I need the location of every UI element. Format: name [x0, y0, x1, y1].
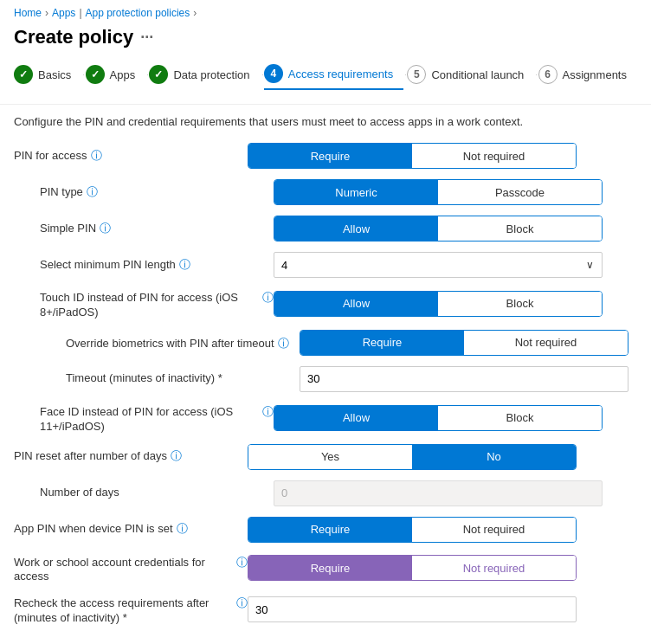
toggle-app-pin-device-pin-require[interactable]: Require — [248, 518, 412, 542]
breadcrumb-apps[interactable]: Apps — [52, 7, 75, 19]
select-min-pin-length[interactable]: 4 5 6 7 8 — [274, 252, 603, 278]
toggle-pin-type-numeric[interactable]: Numeric — [274, 180, 438, 204]
row-touch-id: Touch ID instead of PIN for access (iOS … — [14, 287, 637, 320]
label-recheck-access: Recheck the access requirements after (m… — [14, 593, 248, 626]
info-icon-face-id[interactable]: ⓘ — [262, 405, 274, 420]
toggle-app-pin-device-pin-not-required[interactable]: Not required — [412, 518, 576, 542]
info-icon-app-pin-device-pin[interactable]: ⓘ — [177, 522, 188, 537]
toggle-touch-id-allow[interactable]: Allow — [274, 292, 438, 316]
info-icon-min-pin-length[interactable]: ⓘ — [179, 258, 190, 273]
info-icon-work-credentials[interactable]: ⓘ — [236, 556, 248, 570]
step-conditional-launch-circle: 5 — [407, 65, 426, 84]
toggle-pin-for-access-not-required[interactable]: Not required — [412, 144, 576, 168]
input-number-of-days[interactable] — [274, 480, 603, 506]
control-pin-reset: Yes No — [248, 444, 637, 470]
row-timeout: Timeout (minutes of inactivity) * — [14, 365, 637, 393]
label-simple-pin: Simple PIN ⓘ — [40, 222, 274, 236]
info-icon-pin-for-access[interactable]: ⓘ — [91, 149, 102, 164]
step-basics-circle: ✓ — [14, 65, 33, 84]
control-face-id: Allow Block — [274, 405, 637, 431]
toggle-pin-reset[interactable]: Yes No — [248, 444, 577, 470]
toggle-work-credentials-require[interactable]: Require — [248, 556, 412, 580]
control-pin-for-access: Require Not required — [248, 143, 637, 169]
toggle-work-credentials-not-required[interactable]: Not required — [412, 556, 576, 580]
input-recheck-access[interactable] — [248, 596, 577, 622]
toggle-face-id-allow[interactable]: Allow — [274, 406, 438, 430]
step-data-protection-label: Data protection — [173, 68, 249, 81]
control-work-credentials: Require Not required — [248, 555, 637, 581]
control-number-of-days — [274, 480, 637, 506]
row-number-of-days: Number of days — [14, 480, 637, 507]
toggle-pin-for-access-require[interactable]: Require — [248, 144, 412, 168]
control-simple-pin: Allow Block — [274, 216, 637, 242]
label-override-biometrics: Override biometrics with PIN after timeo… — [66, 333, 300, 351]
breadcrumb-sep-2: | — [79, 7, 81, 19]
info-icon-pin-reset[interactable]: ⓘ — [171, 449, 182, 464]
info-icon-touch-id[interactable]: ⓘ — [262, 291, 274, 306]
step-access-requirements[interactable]: 4 Access requirements — [264, 59, 403, 90]
label-pin-type: PIN type ⓘ — [40, 185, 274, 200]
row-pin-type: PIN type ⓘ Numeric Passcode — [14, 178, 637, 206]
step-apps[interactable]: ✓ Apps — [86, 60, 146, 89]
toggle-pin-reset-no[interactable]: No — [412, 445, 576, 469]
row-pin-reset: PIN reset after number of days ⓘ Yes No — [14, 443, 637, 471]
toggle-override-biometrics-not-required[interactable]: Not required — [464, 331, 628, 355]
control-timeout — [300, 366, 637, 392]
info-icon-simple-pin[interactable]: ⓘ — [100, 222, 111, 236]
step-access-requirements-label: Access requirements — [288, 68, 393, 80]
label-face-id: Face ID instead of PIN for access (iOS 1… — [40, 402, 274, 435]
control-recheck-access — [248, 596, 637, 622]
step-data-protection[interactable]: ✓ Data protection — [149, 60, 260, 89]
control-min-pin-length: 4 5 6 7 8 — [274, 252, 637, 278]
breadcrumb-policies[interactable]: App protection policies — [86, 7, 190, 19]
row-face-id: Face ID instead of PIN for access (iOS 1… — [14, 402, 637, 435]
toggle-face-id-block[interactable]: Block — [438, 406, 602, 430]
label-pin-for-access: PIN for access ⓘ — [14, 149, 248, 164]
step-assignments-circle: 6 — [538, 65, 558, 84]
toggle-work-credentials[interactable]: Require Not required — [248, 555, 577, 581]
breadcrumb-sep-3: › — [193, 7, 197, 19]
label-touch-id: Touch ID instead of PIN for access (iOS … — [40, 287, 274, 320]
row-override-biometrics: Override biometrics with PIN after timeo… — [14, 329, 637, 357]
step-basics-label: Basics — [38, 68, 71, 81]
description: Configure the PIN and credential require… — [14, 115, 637, 128]
breadcrumb-home[interactable]: Home — [14, 7, 42, 19]
toggle-pin-reset-yes[interactable]: Yes — [248, 445, 412, 469]
step-conditional-launch[interactable]: 5 Conditional launch — [407, 60, 534, 89]
toggle-simple-pin[interactable]: Allow Block — [274, 216, 603, 242]
toggle-override-biometrics[interactable]: Require Not required — [300, 330, 628, 356]
toggle-touch-id[interactable]: Allow Block — [274, 291, 603, 317]
step-apps-label: Apps — [110, 68, 136, 81]
info-icon-recheck-access[interactable]: ⓘ — [236, 596, 248, 611]
toggle-simple-pin-allow[interactable]: Allow — [274, 216, 438, 241]
control-pin-type: Numeric Passcode — [274, 179, 637, 205]
breadcrumb: Home › Apps | App protection policies › — [0, 0, 651, 23]
toggle-pin-type-passcode[interactable]: Passcode — [438, 180, 602, 204]
toggle-override-biometrics-require[interactable]: Require — [300, 331, 464, 355]
step-assignments[interactable]: 6 Assignments — [538, 60, 637, 89]
toggle-touch-id-block[interactable]: Block — [438, 292, 602, 316]
step-access-requirements-circle: 4 — [264, 64, 283, 83]
step-apps-circle: ✓ — [86, 65, 105, 84]
toggle-face-id[interactable]: Allow Block — [274, 405, 603, 431]
steps-bar: ✓ Basics ✓ Apps ✓ Data protection 4 Acce… — [0, 59, 651, 105]
control-app-pin-device-pin: Require Not required — [248, 517, 637, 543]
input-timeout[interactable] — [300, 366, 628, 392]
content-area: Configure the PIN and credential require… — [0, 105, 651, 644]
breadcrumb-sep-1: › — [45, 7, 48, 19]
row-work-credentials: Work or school account credentials for a… — [14, 552, 637, 585]
step-conditional-launch-label: Conditional launch — [431, 68, 524, 81]
step-basics[interactable]: ✓ Basics — [14, 60, 81, 89]
label-timeout: Timeout (minutes of inactivity) * — [66, 371, 300, 386]
toggle-app-pin-device-pin[interactable]: Require Not required — [248, 517, 577, 543]
info-icon-override-biometrics[interactable]: ⓘ — [278, 337, 289, 351]
toggle-pin-type[interactable]: Numeric Passcode — [274, 179, 603, 205]
page-title: Create policy — [14, 26, 133, 48]
info-icon-pin-type[interactable]: ⓘ — [87, 185, 98, 200]
row-recheck-access: Recheck the access requirements after (m… — [14, 593, 637, 626]
page-title-dots[interactable]: ··· — [140, 29, 153, 47]
toggle-simple-pin-block[interactable]: Block — [438, 216, 602, 241]
row-pin-for-access: PIN for access ⓘ Require Not required — [14, 142, 637, 170]
toggle-pin-for-access[interactable]: Require Not required — [248, 143, 577, 169]
row-simple-pin: Simple PIN ⓘ Allow Block — [14, 215, 637, 242]
